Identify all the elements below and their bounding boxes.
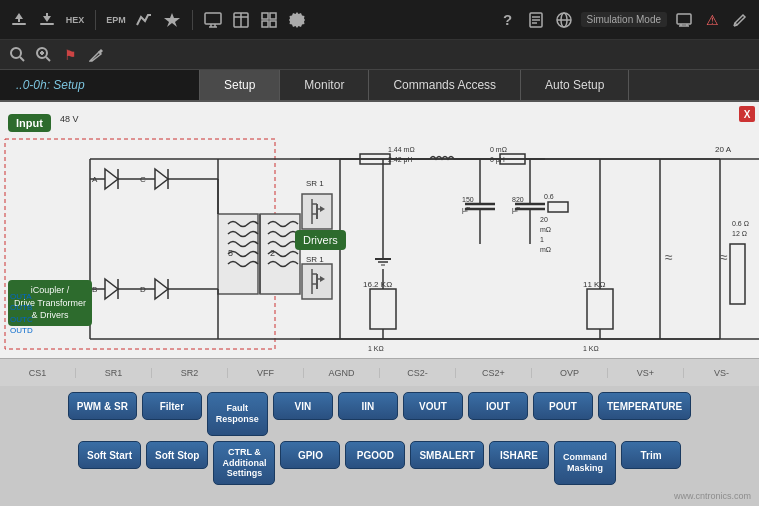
signal-icon[interactable] <box>133 9 155 31</box>
warning-icon[interactable]: ⚠ <box>701 9 723 31</box>
svg-text:μF: μF <box>512 206 520 214</box>
gpio-button[interactable]: GPIO <box>280 441 340 469</box>
watermark: www.cntronics.com <box>674 491 751 501</box>
pwm-sr-button[interactable]: PWM & SR <box>68 392 137 420</box>
pout-button[interactable]: POUT <box>533 392 593 420</box>
command-masking-button[interactable]: Command Masking <box>554 441 616 485</box>
svg-text:2.42 μH: 2.42 μH <box>388 156 413 164</box>
separator2 <box>192 10 193 30</box>
display-icon[interactable] <box>202 9 224 31</box>
soft-start-button[interactable]: Soft Start <box>78 441 141 469</box>
separator <box>95 10 96 30</box>
svg-text:1.44 mΩ: 1.44 mΩ <box>388 146 415 153</box>
outc-label: OUTC <box>10 314 33 325</box>
temperature-button[interactable]: TEMPERATURE <box>598 392 691 420</box>
svg-rect-0 <box>12 23 26 25</box>
circuit-svg: 5 2 SR 1 <box>0 102 759 386</box>
voltage-label: 48 V <box>60 114 79 124</box>
upload-icon[interactable] <box>8 9 30 31</box>
secondary-toolbar: ⚑ <box>0 40 759 70</box>
svg-rect-14 <box>262 21 268 27</box>
pin-cs2-: CS2- <box>380 368 456 378</box>
zoom-icon[interactable] <box>34 45 54 65</box>
button-row-2: Soft Start Soft Stop CTRL & Additional S… <box>8 441 751 485</box>
svg-rect-36 <box>0 114 759 374</box>
ctrl-settings-button[interactable]: CTRL & Additional Settings <box>213 441 275 485</box>
pin-sr1: SR1 <box>76 368 152 378</box>
globe-icon[interactable] <box>553 9 575 31</box>
svg-text:16.2 KΩ: 16.2 KΩ <box>363 280 392 289</box>
breadcrumb: ..0-0h: Setup <box>0 70 200 100</box>
input-block[interactable]: Input <box>8 114 51 132</box>
nav-auto-setup[interactable]: Auto Setup <box>521 70 629 100</box>
soft-stop-button[interactable]: Soft Stop <box>146 441 208 469</box>
download-icon[interactable] <box>36 9 58 31</box>
document-icon[interactable] <box>525 9 547 31</box>
button-row-1: PWM & SR Filter Fault Response VIN IIN V… <box>8 392 751 436</box>
epm-icon[interactable]: EPM <box>105 9 127 31</box>
vout-button[interactable]: VOUT <box>403 392 463 420</box>
svg-text:820: 820 <box>512 196 524 203</box>
iin-button[interactable]: IIN <box>338 392 398 420</box>
pin-agnd: AGND <box>304 368 380 378</box>
svg-text:1 KΩ: 1 KΩ <box>583 345 599 352</box>
monitor-device-icon[interactable] <box>673 9 695 31</box>
outb-label: OUTB <box>10 302 33 313</box>
fault-response-button[interactable]: Fault Response <box>207 392 268 436</box>
nav-setup[interactable]: Setup <box>200 70 280 100</box>
svg-text:12 Ω: 12 Ω <box>732 230 747 237</box>
smbalert-button[interactable]: SMBALERT <box>410 441 484 469</box>
svg-text:μF: μF <box>462 206 470 214</box>
close-button[interactable]: X <box>739 106 755 122</box>
svg-line-33 <box>46 57 50 61</box>
flag-icon[interactable]: ⚑ <box>60 45 80 65</box>
pin-vff: VFF <box>228 368 304 378</box>
search-icon[interactable] <box>8 45 28 65</box>
svg-text:0.6 Ω: 0.6 Ω <box>732 220 749 227</box>
svg-line-29 <box>734 25 737 26</box>
svg-text:0 mΩ: 0 mΩ <box>490 146 507 153</box>
help-icon[interactable]: ? <box>497 9 519 31</box>
main-content: X Input 48 V iCoupler / Drive Transforme… <box>0 102 759 386</box>
pen-icon[interactable] <box>729 9 751 31</box>
settings-icon[interactable] <box>286 9 308 31</box>
svg-rect-12 <box>262 13 268 19</box>
svg-text:0.6: 0.6 <box>544 193 554 200</box>
hex-label-icon[interactable]: HEX <box>64 9 86 31</box>
outd-label: OUTD <box>10 325 33 336</box>
pgood-button[interactable]: PGOOD <box>345 441 405 469</box>
drivers-block[interactable]: Drivers <box>295 230 346 250</box>
nav-monitor[interactable]: Monitor <box>280 70 369 100</box>
trim-button[interactable]: Trim <box>621 441 681 469</box>
grid-icon[interactable] <box>258 9 280 31</box>
table-icon[interactable] <box>230 9 252 31</box>
star-icon[interactable] <box>161 9 183 31</box>
svg-rect-24 <box>677 14 691 24</box>
svg-text:11 KΩ: 11 KΩ <box>583 280 605 289</box>
pin-cs1: CS1 <box>0 368 76 378</box>
filter-button[interactable]: Filter <box>142 392 202 420</box>
draw-icon[interactable] <box>86 45 106 65</box>
svg-text:2: 2 <box>270 248 275 258</box>
bottom-control-panel: PWM & SR Filter Fault Response VIN IIN V… <box>0 386 759 506</box>
pin-sr2: SR2 <box>152 368 228 378</box>
navigation-bar: ..0-0h: Setup Setup Monitor Commands Acc… <box>0 70 759 102</box>
ishare-button[interactable]: ISHARE <box>489 441 549 469</box>
circuit-diagram: X Input 48 V iCoupler / Drive Transforme… <box>0 102 759 386</box>
toolbar-right: ? Simulation Mode ⚠ <box>497 9 751 31</box>
pin-ovp: OVP <box>532 368 608 378</box>
svg-text:SR 1: SR 1 <box>306 255 324 264</box>
vin-button[interactable]: VIN <box>273 392 333 420</box>
pin-labels-bar: CS1 SR1 SR2 VFF AGND CS2- CS2+ OVP VS+ V… <box>0 358 759 386</box>
svg-rect-15 <box>270 21 276 27</box>
svg-marker-3 <box>43 13 51 22</box>
svg-rect-5 <box>205 13 221 24</box>
svg-text:150: 150 <box>462 196 474 203</box>
nav-commands-access[interactable]: Commands Access <box>369 70 521 100</box>
svg-text:≈: ≈ <box>720 249 728 265</box>
svg-text:SR 1: SR 1 <box>306 179 324 188</box>
main-toolbar: HEX EPM <box>0 0 759 40</box>
iout-button[interactable]: IOUT <box>468 392 528 420</box>
output-labels: OUTA OUTB OUTC OUTD <box>10 291 33 336</box>
svg-marker-4 <box>164 13 180 27</box>
